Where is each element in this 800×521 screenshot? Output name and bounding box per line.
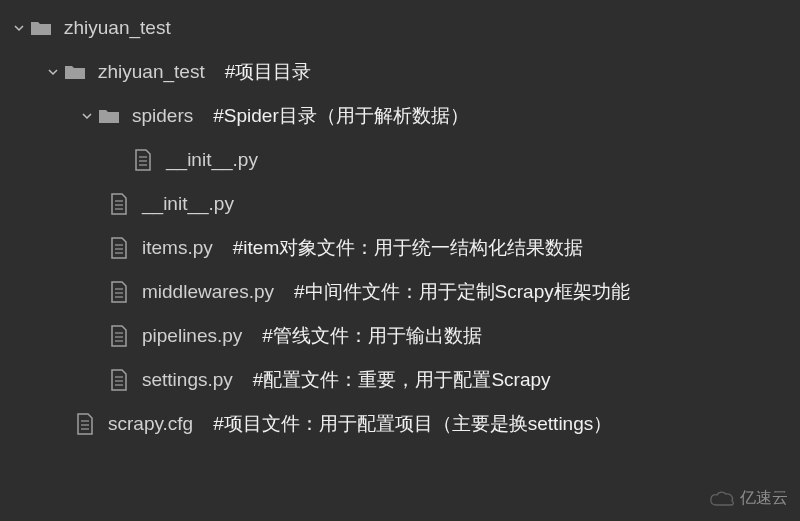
watermark-text: 亿速云 (740, 488, 788, 509)
file-icon (108, 325, 130, 347)
tree-file-items[interactable]: items.py #item对象文件：用于统一结构化结果数据 (4, 226, 800, 270)
file-label: items.py (142, 237, 213, 259)
file-label: settings.py (142, 369, 233, 391)
tree-file-spiders-init[interactable]: __init__.py (4, 138, 800, 182)
file-label: __init__.py (166, 149, 258, 171)
chevron-down-icon[interactable] (48, 67, 58, 77)
chevron-down-icon[interactable] (14, 23, 24, 33)
file-label: __init__.py (142, 193, 234, 215)
tree-folder-root[interactable]: zhiyuan_test (4, 6, 800, 50)
file-label: middlewares.py (142, 281, 274, 303)
tree-folder-spiders[interactable]: spiders #Spider目录（用于解析数据） (4, 94, 800, 138)
watermark: 亿速云 (708, 488, 788, 509)
file-comment: #项目文件：用于配置项目（主要是换settings） (213, 411, 612, 437)
file-icon (74, 413, 96, 435)
tree-folder-project[interactable]: zhiyuan_test #项目目录 (4, 50, 800, 94)
file-comment: #配置文件：重要，用于配置Scrapy (253, 367, 551, 393)
tree-file-scrapy-cfg[interactable]: scrapy.cfg #项目文件：用于配置项目（主要是换settings） (4, 402, 800, 446)
cloud-icon (708, 489, 736, 509)
folder-icon (98, 105, 120, 127)
chevron-down-icon[interactable] (82, 111, 92, 121)
file-comment: #管线文件：用于输出数据 (262, 323, 482, 349)
file-icon (108, 237, 130, 259)
file-comment: #item对象文件：用于统一结构化结果数据 (233, 235, 583, 261)
file-icon (132, 149, 154, 171)
file-label: pipelines.py (142, 325, 242, 347)
tree-file-middlewares[interactable]: middlewares.py #中间件文件：用于定制Scrapy框架功能 (4, 270, 800, 314)
file-tree: zhiyuan_test zhiyuan_test #项目目录 spiders … (0, 0, 800, 446)
tree-file-project-init[interactable]: __init__.py (4, 182, 800, 226)
tree-file-pipelines[interactable]: pipelines.py #管线文件：用于输出数据 (4, 314, 800, 358)
file-icon (108, 369, 130, 391)
tree-file-settings[interactable]: settings.py #配置文件：重要，用于配置Scrapy (4, 358, 800, 402)
folder-comment: #Spider目录（用于解析数据） (213, 103, 469, 129)
file-comment: #中间件文件：用于定制Scrapy框架功能 (294, 279, 630, 305)
file-icon (108, 193, 130, 215)
folder-icon (64, 61, 86, 83)
folder-label: spiders (132, 105, 193, 127)
folder-icon (30, 17, 52, 39)
folder-label: zhiyuan_test (64, 17, 171, 39)
file-icon (108, 281, 130, 303)
folder-comment: #项目目录 (225, 59, 312, 85)
file-label: scrapy.cfg (108, 413, 193, 435)
folder-label: zhiyuan_test (98, 61, 205, 83)
